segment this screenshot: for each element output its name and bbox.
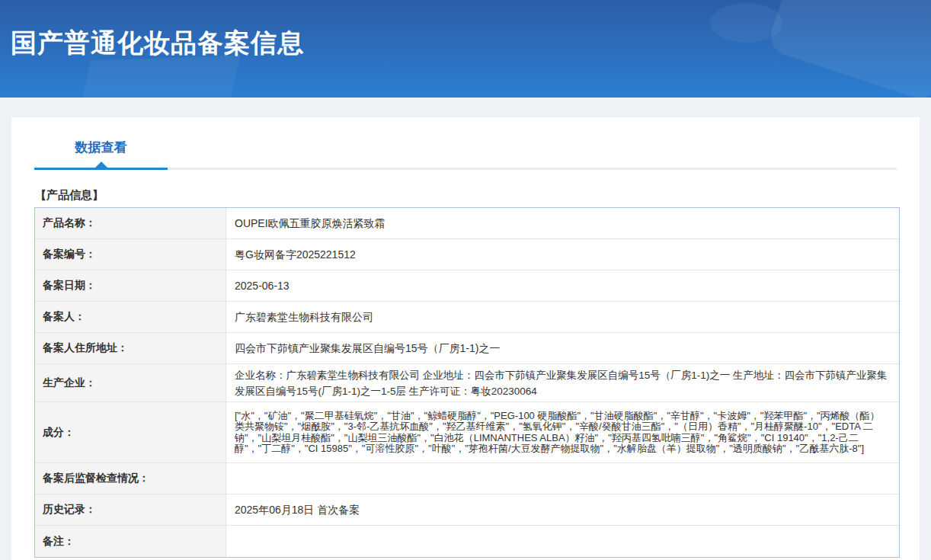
table-row-ingredients: 成分： ["水"，"矿油"，"聚二甲基硅氧烷"，"甘油"，"鲸蜡硬脂醇"，"PE… <box>35 402 899 463</box>
row-label: 备案人住所地址： <box>35 333 226 363</box>
table-row-registrant-address: 备案人住所地址： 四会市下茆镇产业聚集发展区自编号15号（厂房1-1)之一 <box>35 333 899 364</box>
table-row-product-name: 产品名称： OUPEI欧佩五重胶原焕活紧致霜 <box>35 208 899 239</box>
row-value: OUPEI欧佩五重胶原焕活紧致霜 <box>226 208 899 238</box>
row-value <box>226 526 899 557</box>
table-row-remarks: 备注： <box>35 526 899 557</box>
row-label: 历史记录： <box>35 494 226 525</box>
row-value <box>226 463 899 494</box>
row-label: 产品名称： <box>35 208 226 238</box>
page-title: 国产普通化妆品备案信息 <box>11 26 304 61</box>
row-label: 备案后监督检查情况： <box>35 463 226 494</box>
table-row-filing-date: 备案日期： 2025-06-13 <box>35 270 899 302</box>
row-value: 四会市下茆镇产业聚集发展区自编号15号（厂房1-1)之一 <box>226 333 899 363</box>
row-value: 2025-06-13 <box>226 270 899 301</box>
row-label: 生产企业： <box>35 364 226 402</box>
tab-data-view[interactable]: 数据查看 <box>34 139 168 157</box>
banner-decoration <box>766 0 931 98</box>
page-banner: 国产普通化妆品备案信息 <box>0 0 931 98</box>
row-value: 粤G妆网备字2025221512 <box>226 239 899 270</box>
section-title-product-info: 【产品信息】 <box>35 188 897 203</box>
row-value: 2025年06月18日 首次备案 <box>226 494 899 525</box>
table-row-history: 历史记录： 2025年06月18日 首次备案 <box>35 494 899 526</box>
banner-decoration <box>710 3 782 43</box>
row-label: 备注： <box>35 526 226 557</box>
row-label: 备案日期： <box>35 270 226 301</box>
table-row-supervision: 备案后监督检查情况： <box>35 463 899 494</box>
page-body: 数据查看 【产品信息】 产品名称： OUPEI欧佩五重胶原焕活紧致霜 备案编号：… <box>0 98 931 560</box>
tab-caret-icon <box>95 162 107 168</box>
product-info-table: 产品名称： OUPEI欧佩五重胶原焕活紧致霜 备案编号： 粤G妆网备字20252… <box>34 207 900 558</box>
table-row-registrant: 备案人： 广东碧素堂生物科技有限公司 <box>35 302 899 333</box>
row-label: 备案编号： <box>35 239 226 270</box>
row-value: ["水"，"矿油"，"聚二甲基硅氧烷"，"甘油"，"鲸蜡硬脂醇"，"PEG-10… <box>226 402 899 462</box>
table-row-manufacturer: 生产企业： 企业名称：广东碧素堂生物科技有限公司 企业地址：四会市下茆镇产业聚集… <box>35 364 899 402</box>
row-value: 广东碧素堂生物科技有限公司 <box>226 302 899 332</box>
tab-active-indicator <box>34 168 168 170</box>
row-label: 成分： <box>35 402 226 462</box>
content-card: 数据查看 【产品信息】 产品名称： OUPEI欧佩五重胶原焕活紧致霜 备案编号：… <box>11 117 920 560</box>
tab-underline <box>34 168 897 170</box>
table-row-filing-number: 备案编号： 粤G妆网备字2025221512 <box>35 239 899 270</box>
row-label: 备案人： <box>35 302 226 332</box>
banner-decoration <box>78 56 240 98</box>
row-value: 企业名称：广东碧素堂生物科技有限公司 企业地址：四会市下茆镇产业聚集发展区自编号… <box>226 364 899 402</box>
